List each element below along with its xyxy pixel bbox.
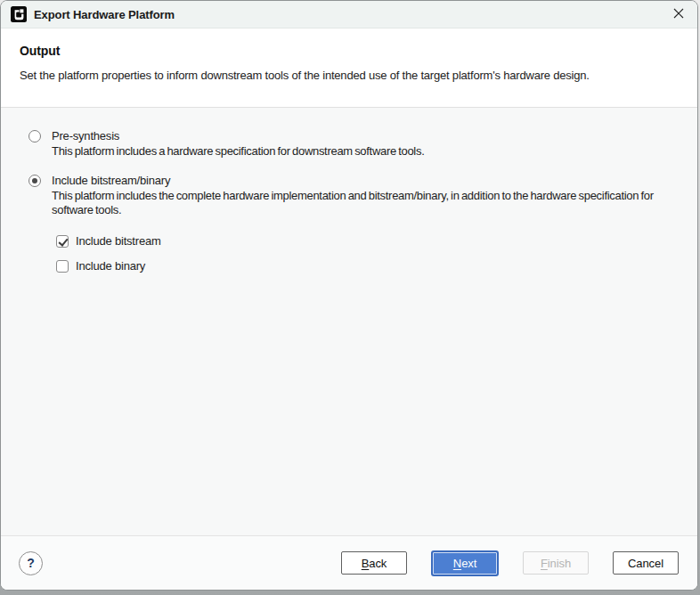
checkbox-group: Include bitstream Include binary (56, 234, 672, 273)
back-button[interactable]: Back (341, 551, 407, 575)
wizard-body: Pre-synthesis This platform includes a h… (1, 108, 697, 535)
footer-buttons: BackNextFinishCancel (341, 550, 679, 576)
help-button[interactable]: ? (19, 551, 43, 575)
option-label: Include bitstream/binary (52, 174, 672, 187)
wizard-header: Output Set the platform properties to in… (1, 29, 697, 108)
close-button[interactable] (669, 4, 688, 24)
export-hardware-platform-dialog: Export Hardware Platform Output Set the … (0, 0, 698, 591)
finish-button[interactable]: Finish (523, 551, 589, 575)
next-button[interactable]: Next (431, 550, 499, 576)
radio-icon[interactable] (28, 130, 41, 143)
page-description: Set the platform properties to inform do… (20, 69, 679, 82)
checkbox-icon[interactable] (56, 260, 69, 273)
radio-icon[interactable] (28, 175, 41, 187)
vivado-logo-icon (11, 6, 27, 22)
radio-option-pre-synthesis[interactable]: Pre-synthesis This platform includes a h… (28, 129, 672, 159)
checkbox-icon[interactable] (56, 235, 69, 248)
option-description: This platform includes a hardware specif… (52, 144, 424, 159)
option-text: Pre-synthesis This platform includes a h… (52, 129, 424, 159)
titlebar[interactable]: Export Hardware Platform (1, 1, 697, 29)
cancel-button[interactable]: Cancel (613, 551, 679, 575)
checkbox-label: Include binary (76, 259, 145, 273)
radio-option-include-bitstream-binary[interactable]: Include bitstream/binary This platform i… (28, 174, 672, 217)
checkbox-label: Include bitstream (76, 234, 161, 248)
checkbox-include-binary[interactable]: Include binary (56, 259, 672, 273)
option-description: This platform includes the complete hard… (52, 189, 672, 217)
page-title: Output (20, 44, 679, 58)
window-title: Export Hardware Platform (34, 8, 175, 21)
checkbox-include-bitstream[interactable]: Include bitstream (56, 234, 672, 248)
option-label: Pre-synthesis (52, 129, 424, 143)
close-icon (672, 7, 685, 22)
option-text: Include bitstream/binary This platform i… (52, 174, 672, 217)
wizard-footer: ? BackNextFinishCancel (1, 535, 697, 590)
